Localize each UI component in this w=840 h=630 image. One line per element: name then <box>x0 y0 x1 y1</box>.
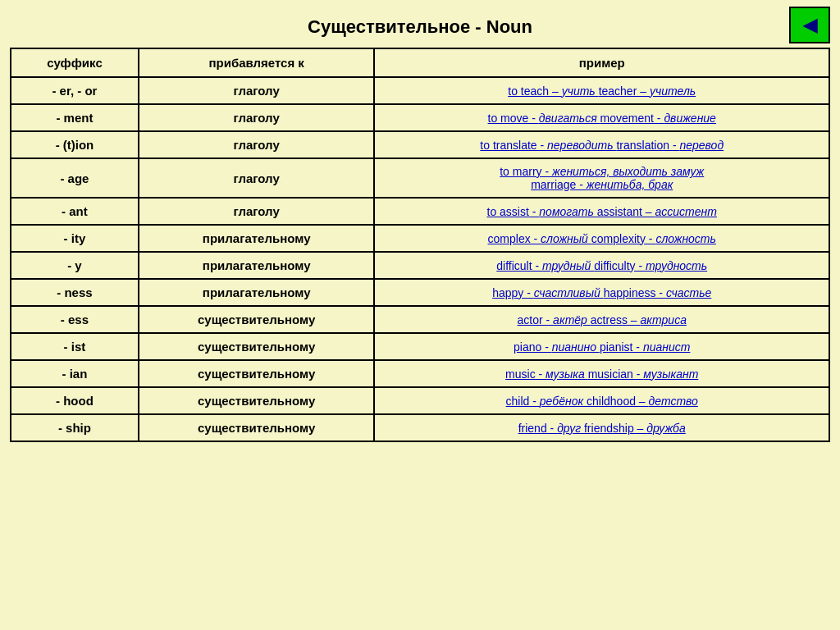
added-to-cell: существительному <box>139 360 375 387</box>
example-text: to move - двигаться movement - движение <box>488 112 716 125</box>
table-row: - essсуществительномуactor - актёр actre… <box>11 306 829 333</box>
suffix-cell: - ian <box>11 360 139 387</box>
table-wrapper: ◀ суффикс прибавляется к пример - er, - … <box>10 48 830 442</box>
suffix-cell: - ity <box>11 225 139 252</box>
added-to-cell: глаголу <box>139 158 375 198</box>
example-cell: to assist - помогать assistant – ассисте… <box>374 198 829 225</box>
table-row: - ityприлагательномуcomplex - сложный co… <box>11 225 829 252</box>
example-cell: friend - друг friendship – дружба <box>374 414 829 441</box>
added-to-cell: глаголу <box>139 77 375 104</box>
example-cell: happy - счастливый happiness - счастье <box>374 279 829 306</box>
suffix-cell: - er, - or <box>11 77 139 104</box>
suffix-cell: - y <box>11 252 139 279</box>
example-cell: to marry - жениться, выходить замужmarri… <box>374 158 829 198</box>
example-text: difficult - трудный difficulty - труднос… <box>496 259 707 272</box>
added-to-cell: существительному <box>139 414 375 441</box>
example-text: child - ребёнок childhood – детство <box>506 395 698 408</box>
added-to-cell: глаголу <box>139 104 375 131</box>
table-row: - yприлагательномуdifficult - трудный di… <box>11 252 829 279</box>
example-cell: to move - двигаться movement - движение <box>374 104 829 131</box>
example-text: to translate - переводить translation - … <box>480 139 724 152</box>
example-cell: to translate - переводить translation - … <box>374 131 829 158</box>
col-header-added-to: прибавляется к <box>139 48 375 77</box>
table-row: - nessприлагательномуhappy - счастливый … <box>11 279 829 306</box>
table-row: - hoodсуществительномуchild - ребёнок ch… <box>11 387 829 414</box>
suffix-cell: - age <box>11 158 139 198</box>
example-cell: actor - актёр actress – актриса <box>374 306 829 333</box>
added-to-cell: прилагательному <box>139 225 375 252</box>
suffix-cell: - ist <box>11 333 139 360</box>
table-row: - antглаголуto assist - помогать assista… <box>11 198 829 225</box>
col-header-suffix: суффикс <box>11 48 139 77</box>
example-cell: child - ребёнок childhood – детство <box>374 387 829 414</box>
example-text: marriage - женитьба, брак <box>531 178 673 191</box>
suffix-cell: - ment <box>11 104 139 131</box>
table-row: - er, - orглаголуto teach – учить teache… <box>11 77 829 104</box>
page-title: Существительное - Noun <box>308 16 532 38</box>
added-to-cell: существительному <box>139 306 375 333</box>
added-to-cell: существительному <box>139 387 375 414</box>
suffix-cell: - hood <box>11 387 139 414</box>
table-row: - mentглаголуto move - двигаться movemen… <box>11 104 829 131</box>
added-to-cell: существительному <box>139 333 375 360</box>
example-text: to marry - жениться, выходить замуж <box>500 165 704 178</box>
col-header-example: пример <box>374 48 829 77</box>
noun-suffixes-table: суффикс прибавляется к пример - er, - or… <box>10 48 830 442</box>
example-text: actor - актёр actress – актриса <box>518 313 687 326</box>
example-text: to assist - помогать assistant – ассисте… <box>487 205 717 218</box>
table-row: - ageглаголуto marry - жениться, выходит… <box>11 158 829 198</box>
added-to-cell: прилагательному <box>139 252 375 279</box>
table-row: - ianсуществительномуmusic - музыка musi… <box>11 360 829 387</box>
nav-back-button[interactable]: ◀ <box>789 7 830 43</box>
added-to-cell: прилагательному <box>139 279 375 306</box>
added-to-cell: глаголу <box>139 198 375 225</box>
example-text: music - музыка musician - музыкант <box>505 368 698 381</box>
suffix-cell: - ship <box>11 414 139 441</box>
table-row: - (t)ionглаголуto translate - переводить… <box>11 131 829 158</box>
example-text: friend - друг friendship – дружба <box>518 422 686 435</box>
example-cell: to teach – учить teacher – учитель <box>374 77 829 104</box>
added-to-cell: глаголу <box>139 131 375 158</box>
suffix-cell: - ess <box>11 306 139 333</box>
example-cell: piano - пианино pianist - пианист <box>374 333 829 360</box>
example-cell: music - музыка musician - музыкант <box>374 360 829 387</box>
table-row: - shipсуществительномуfriend - друг frie… <box>11 414 829 441</box>
table-row: - istсуществительномуpiano - пианино pia… <box>11 333 829 360</box>
example-cell: complex - сложный complexity - сложность <box>374 225 829 252</box>
example-cell: difficult - трудный difficulty - труднос… <box>374 252 829 279</box>
suffix-cell: - ant <box>11 198 139 225</box>
suffix-cell: - (t)ion <box>11 131 139 158</box>
suffix-cell: - ness <box>11 279 139 306</box>
example-text: happy - счастливый happiness - счастье <box>492 286 711 299</box>
example-text: to teach – учить teacher – учитель <box>508 84 696 98</box>
example-text: complex - сложный complexity - сложность <box>488 232 716 245</box>
example-text: piano - пианино pianist - пианист <box>514 340 690 354</box>
